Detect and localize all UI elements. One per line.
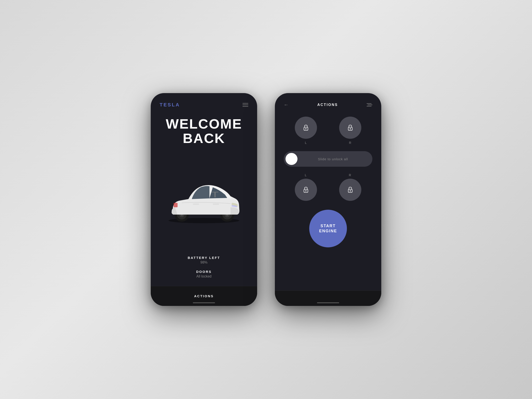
door-front-left-label: L (305, 141, 307, 145)
svg-rect-9 (193, 203, 199, 205)
doors-label: DOORS (160, 270, 248, 273)
door-front-right-label: R (349, 141, 351, 145)
menu-icon[interactable] (367, 103, 372, 106)
svg-rect-10 (213, 203, 219, 205)
stats-section: BATTERY LEFT 98% DOORS All locked (151, 251, 257, 286)
svg-point-20 (350, 190, 351, 191)
tesla-logo: TESLA (160, 102, 180, 108)
door-front-left: L (295, 117, 317, 145)
home-indicator-actions (317, 302, 339, 303)
car-image-section (151, 148, 257, 251)
svg-rect-12 (174, 203, 177, 207)
door-rear-right-button[interactable] (339, 179, 361, 201)
welcome-section: WELCOME BACK (151, 112, 257, 148)
actions-content: L R Slide to unlock all L (275, 112, 381, 290)
door-front-right-button[interactable] (339, 117, 361, 139)
back-button[interactable]: ← (284, 102, 289, 108)
door-front-left-button[interactable] (295, 117, 317, 139)
svg-rect-11 (214, 193, 216, 197)
svg-point-18 (305, 190, 307, 191)
actions-label: ACTIONS (194, 294, 214, 298)
door-front-right: R (339, 117, 361, 145)
slide-unlock-bar[interactable]: Slide to unlock all (284, 151, 372, 167)
doors-value: All locked (160, 274, 248, 279)
top-bar-home: TESLA (151, 93, 257, 112)
car-image (162, 175, 246, 224)
phone-actions: ← ACTIONS L (275, 93, 381, 306)
actions-bottom-bar (275, 290, 381, 306)
page-title: ACTIONS (317, 103, 338, 107)
top-bar-actions: ← ACTIONS (275, 93, 381, 112)
door-rear-left (295, 179, 317, 201)
welcome-text: WELCOME BACK (160, 117, 248, 146)
battery-label: BATTERY LEFT (160, 256, 248, 260)
svg-point-14 (305, 128, 307, 129)
bottom-door-row (284, 179, 372, 201)
bottom-door-labels-row: L R (284, 173, 372, 177)
hamburger-icon[interactable] (242, 103, 248, 107)
door-rear-right (339, 179, 361, 201)
start-engine-button[interactable]: START ENGINE (309, 210, 347, 247)
slide-text: Slide to unlock all (298, 157, 371, 161)
top-door-row: L R (284, 117, 372, 145)
slide-knob (285, 153, 298, 165)
start-engine-label: START ENGINE (319, 223, 337, 234)
svg-point-16 (350, 128, 351, 129)
bottom-door-section: L R (284, 173, 372, 201)
battery-value: 98% (160, 260, 248, 265)
phone-home: TESLA WELCOME BACK (151, 93, 257, 306)
door-rear-left-button[interactable] (295, 179, 317, 201)
door-rear-right-label-top: R (349, 173, 351, 177)
home-indicator (193, 302, 215, 303)
door-rear-left-label-top: L (305, 173, 307, 177)
